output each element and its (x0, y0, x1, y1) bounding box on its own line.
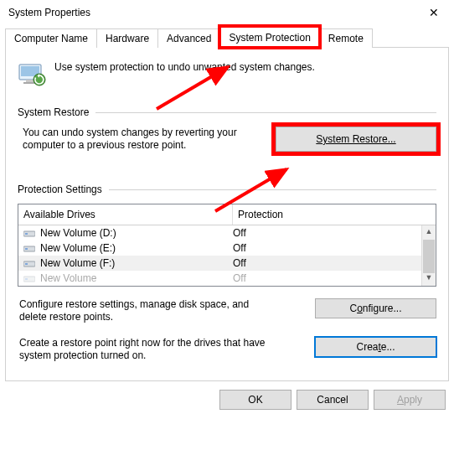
configure-button[interactable]: Configure... (315, 298, 436, 318)
group-system-restore: System Restore (18, 106, 89, 118)
configure-description: Configure restore settings, manage disk … (19, 298, 271, 323)
tab-hardware[interactable]: Hardware (96, 28, 158, 48)
drive-row[interactable]: New Volume Off (18, 271, 436, 286)
drive-protection: Off (233, 242, 431, 254)
drive-icon (23, 244, 35, 253)
scroll-thumb[interactable] (423, 240, 435, 273)
scrollbar[interactable]: ▲ ▼ (421, 225, 436, 286)
svg-rect-6 (25, 233, 28, 235)
svg-rect-12 (25, 278, 28, 280)
drive-list: Available Drives Protection New Volume (… (18, 204, 436, 287)
drive-protection: Off (233, 272, 431, 284)
cancel-button[interactable]: Cancel (297, 390, 369, 410)
scroll-down-button[interactable]: ▼ (422, 272, 436, 286)
drive-icon (23, 229, 35, 238)
svg-rect-10 (25, 263, 28, 265)
col-protection[interactable]: Protection (233, 204, 436, 225)
drive-name: New Volume (D:) (40, 227, 116, 239)
tab-system-protection[interactable]: System Protection (219, 26, 319, 48)
divider (95, 112, 436, 113)
drive-protection: Off (233, 257, 431, 269)
window-title: System Properties (8, 7, 90, 18)
col-available-drives[interactable]: Available Drives (18, 204, 233, 225)
system-protection-icon (18, 60, 46, 88)
drive-icon (23, 259, 35, 268)
drive-name: New Volume (E:) (40, 242, 116, 254)
group-protection-settings: Protection Settings (18, 184, 102, 195)
scroll-up-button[interactable]: ▲ (422, 225, 436, 240)
tab-advanced[interactable]: Advanced (157, 28, 220, 48)
titlebar: System Properties ✕ (0, 0, 454, 25)
svg-rect-2 (26, 80, 34, 82)
tab-remote[interactable]: Remote (319, 28, 373, 48)
create-button[interactable]: Create... (315, 337, 436, 357)
tab-computer-name[interactable]: Computer Name (5, 28, 97, 48)
drive-name: New Volume (40, 272, 96, 284)
create-description: Create a restore point right now for the… (19, 337, 271, 362)
system-restore-button[interactable]: System Restore... (276, 127, 436, 152)
apply-button: Apply (374, 390, 446, 410)
ok-button[interactable]: OK (219, 390, 291, 410)
svg-rect-8 (25, 248, 28, 250)
drive-icon (23, 274, 35, 283)
drive-list-header: Available Drives Protection (18, 204, 436, 225)
drive-name: New Volume (F:) (40, 257, 115, 269)
divider (109, 189, 436, 190)
tab-panel: Use system protection to undo unwanted s… (5, 47, 449, 381)
intro-text: Use system protection to undo unwanted s… (54, 58, 315, 73)
drive-protection: Off (233, 227, 431, 239)
close-button[interactable]: ✕ (420, 3, 447, 22)
restore-description: You can undo system changes by reverting… (23, 127, 266, 152)
dialog-buttons: OK Cancel Apply (0, 381, 454, 410)
drive-row[interactable]: New Volume (F:) Off (18, 256, 436, 271)
drive-row[interactable]: New Volume (E:) Off (18, 241, 436, 256)
scroll-track[interactable] (422, 240, 436, 272)
tab-strip: Computer Name Hardware Advanced System P… (0, 25, 454, 47)
drive-row[interactable]: New Volume (D:) Off (18, 225, 436, 241)
